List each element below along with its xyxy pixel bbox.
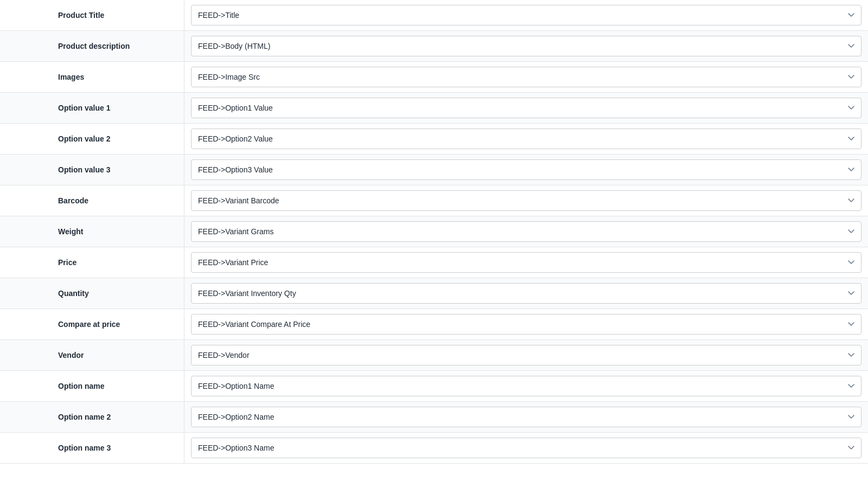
select-option-value-2[interactable]: FEED->TitleFEED->Body (HTML)FEED->Image … bbox=[191, 129, 861, 149]
label-option-value-3: Option value 3 bbox=[0, 155, 184, 185]
select-barcode[interactable]: FEED->TitleFEED->Body (HTML)FEED->Image … bbox=[191, 190, 861, 211]
label-compare-at-price: Compare at price bbox=[0, 309, 184, 339]
value-cell-compare-at-price: FEED->TitleFEED->Body (HTML)FEED->Image … bbox=[184, 309, 868, 339]
form-row-option-name-3: Option name 3FEED->TitleFEED->Body (HTML… bbox=[0, 433, 868, 464]
value-cell-barcode: FEED->TitleFEED->Body (HTML)FEED->Image … bbox=[184, 185, 868, 216]
value-cell-price: FEED->TitleFEED->Body (HTML)FEED->Image … bbox=[184, 247, 868, 278]
form-row-option-name-1: Option nameFEED->TitleFEED->Body (HTML)F… bbox=[0, 371, 868, 402]
label-product-title: Product Title bbox=[0, 0, 184, 30]
form-row-product-title: Product TitleFEED->TitleFEED->Body (HTML… bbox=[0, 0, 868, 31]
value-cell-product-description: FEED->TitleFEED->Body (HTML)FEED->Image … bbox=[184, 31, 868, 61]
select-product-title[interactable]: FEED->TitleFEED->Body (HTML)FEED->Image … bbox=[191, 5, 861, 25]
select-weight[interactable]: FEED->TitleFEED->Body (HTML)FEED->Image … bbox=[191, 221, 861, 242]
value-cell-option-name-1: FEED->TitleFEED->Body (HTML)FEED->Image … bbox=[184, 371, 868, 401]
value-cell-option-name-3: FEED->TitleFEED->Body (HTML)FEED->Image … bbox=[184, 433, 868, 463]
label-barcode: Barcode bbox=[0, 185, 184, 216]
label-images: Images bbox=[0, 62, 184, 92]
select-compare-at-price[interactable]: FEED->TitleFEED->Body (HTML)FEED->Image … bbox=[191, 314, 861, 335]
select-price[interactable]: FEED->TitleFEED->Body (HTML)FEED->Image … bbox=[191, 252, 861, 273]
form-row-quantity: QuantityFEED->TitleFEED->Body (HTML)FEED… bbox=[0, 278, 868, 309]
value-cell-vendor: FEED->TitleFEED->Body (HTML)FEED->Image … bbox=[184, 340, 868, 370]
select-images[interactable]: FEED->TitleFEED->Body (HTML)FEED->Image … bbox=[191, 67, 861, 87]
label-option-name-3: Option name 3 bbox=[0, 433, 184, 463]
label-weight: Weight bbox=[0, 216, 184, 247]
form-row-weight: WeightFEED->TitleFEED->Body (HTML)FEED->… bbox=[0, 216, 868, 247]
label-product-description: Product description bbox=[0, 31, 184, 61]
label-price: Price bbox=[0, 247, 184, 278]
value-cell-product-title: FEED->TitleFEED->Body (HTML)FEED->Image … bbox=[184, 0, 868, 30]
select-option-value-1[interactable]: FEED->TitleFEED->Body (HTML)FEED->Image … bbox=[191, 98, 861, 118]
form-row-price: PriceFEED->TitleFEED->Body (HTML)FEED->I… bbox=[0, 247, 868, 278]
value-cell-option-value-3: FEED->TitleFEED->Body (HTML)FEED->Image … bbox=[184, 155, 868, 185]
value-cell-option-value-1: FEED->TitleFEED->Body (HTML)FEED->Image … bbox=[184, 93, 868, 123]
page-container: Product TitleFEED->TitleFEED->Body (HTML… bbox=[0, 0, 868, 488]
form-row-option-value-2: Option value 2FEED->TitleFEED->Body (HTM… bbox=[0, 124, 868, 155]
form-row-barcode: BarcodeFEED->TitleFEED->Body (HTML)FEED-… bbox=[0, 185, 868, 216]
form-row-vendor: VendorFEED->TitleFEED->Body (HTML)FEED->… bbox=[0, 340, 868, 371]
form-row-option-name-2: Option name 2FEED->TitleFEED->Body (HTML… bbox=[0, 402, 868, 433]
value-cell-option-name-2: FEED->TitleFEED->Body (HTML)FEED->Image … bbox=[184, 402, 868, 432]
form-row-compare-at-price: Compare at priceFEED->TitleFEED->Body (H… bbox=[0, 309, 868, 340]
value-cell-option-value-2: FEED->TitleFEED->Body (HTML)FEED->Image … bbox=[184, 124, 868, 154]
form-row-product-description: Product descriptionFEED->TitleFEED->Body… bbox=[0, 31, 868, 62]
select-quantity[interactable]: FEED->TitleFEED->Body (HTML)FEED->Image … bbox=[191, 283, 861, 304]
label-option-value-1: Option value 1 bbox=[0, 93, 184, 123]
form-row-option-value-3: Option value 3FEED->TitleFEED->Body (HTM… bbox=[0, 155, 868, 185]
label-option-name-1: Option name bbox=[0, 371, 184, 401]
select-option-name-3[interactable]: FEED->TitleFEED->Body (HTML)FEED->Image … bbox=[191, 438, 861, 458]
label-option-name-2: Option name 2 bbox=[0, 402, 184, 432]
value-cell-weight: FEED->TitleFEED->Body (HTML)FEED->Image … bbox=[184, 216, 868, 247]
value-cell-quantity: FEED->TitleFEED->Body (HTML)FEED->Image … bbox=[184, 278, 868, 309]
label-quantity: Quantity bbox=[0, 278, 184, 309]
form-rows-container: Product TitleFEED->TitleFEED->Body (HTML… bbox=[0, 0, 868, 464]
label-option-value-2: Option value 2 bbox=[0, 124, 184, 154]
label-vendor: Vendor bbox=[0, 340, 184, 370]
select-product-description[interactable]: FEED->TitleFEED->Body (HTML)FEED->Image … bbox=[191, 36, 861, 56]
select-option-name-1[interactable]: FEED->TitleFEED->Body (HTML)FEED->Image … bbox=[191, 376, 861, 396]
select-option-value-3[interactable]: FEED->TitleFEED->Body (HTML)FEED->Image … bbox=[191, 159, 861, 180]
form-row-images: ImagesFEED->TitleFEED->Body (HTML)FEED->… bbox=[0, 62, 868, 93]
select-vendor[interactable]: FEED->TitleFEED->Body (HTML)FEED->Image … bbox=[191, 345, 861, 365]
form-row-option-value-1: Option value 1FEED->TitleFEED->Body (HTM… bbox=[0, 93, 868, 124]
select-option-name-2[interactable]: FEED->TitleFEED->Body (HTML)FEED->Image … bbox=[191, 407, 861, 427]
value-cell-images: FEED->TitleFEED->Body (HTML)FEED->Image … bbox=[184, 62, 868, 92]
